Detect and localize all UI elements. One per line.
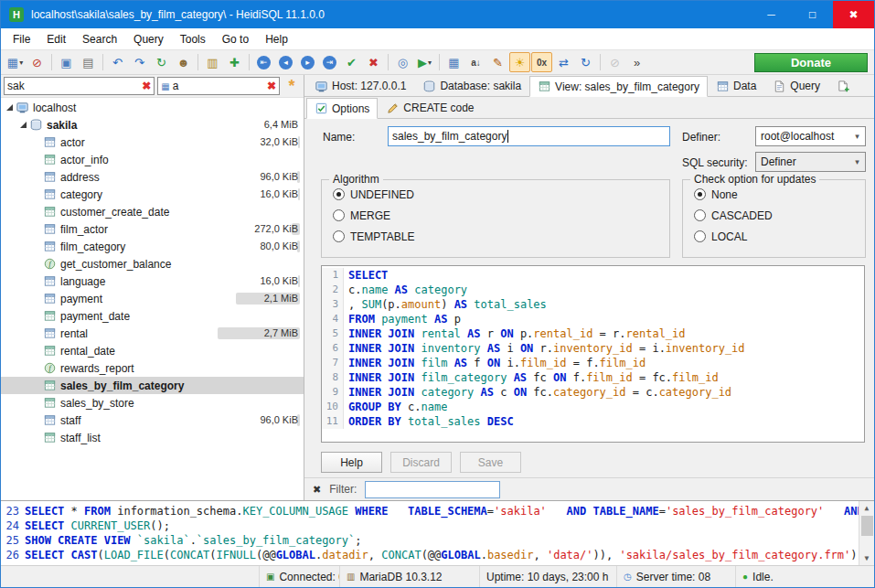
tree-item-payment_date[interactable]: payment_date [1, 307, 304, 325]
cancel-editing-icon[interactable]: ✖ [363, 52, 384, 72]
minimize-button[interactable]: ─ [751, 1, 792, 28]
page-icon [773, 80, 786, 93]
tree-item-localhost[interactable]: localhost [1, 99, 304, 116]
tab-database[interactable]: Database: sakila [414, 76, 529, 96]
clear-table-filter-icon[interactable]: ✖ [142, 80, 151, 92]
scrollbar-thumb[interactable] [861, 516, 873, 536]
post-changes-icon[interactable]: ✔ [341, 52, 362, 72]
close-button[interactable]: ✖ [833, 1, 874, 28]
redo-icon[interactable]: ↷ [129, 52, 150, 72]
expand-arrow-icon[interactable] [5, 103, 15, 112]
run-query-icon[interactable]: ▶▾ [414, 52, 435, 72]
menu-tools[interactable]: Tools [172, 29, 214, 49]
scroll-up-icon[interactable]: ▲ [865, 501, 870, 515]
tree-item-actor[interactable]: actor32,0 KiB [1, 134, 304, 151]
binary-viewer-icon[interactable]: 0x [531, 52, 552, 72]
maximize-button[interactable]: □ [792, 1, 833, 28]
export-grid-icon[interactable]: ▦ [443, 52, 464, 72]
menu-edit[interactable]: Edit [38, 29, 74, 49]
tab-create-code[interactable]: CREATE code [378, 98, 482, 118]
previous-record-icon[interactable]: ◂ [275, 52, 296, 72]
tree-item-rewards_report[interactable]: frewards_report [1, 359, 304, 377]
tree-item-category[interactable]: category16,0 KiB [1, 186, 304, 203]
view-name-input[interactable]: sales_by_film_category [388, 126, 670, 146]
menu-search[interactable]: Search [74, 29, 125, 49]
next-record-icon[interactable]: ▸ [297, 52, 318, 72]
first-record-icon[interactable]: ⇤ [253, 52, 274, 72]
tab-options[interactable]: Options [306, 98, 378, 119]
favorites-filter-icon[interactable]: * [283, 79, 301, 93]
tab-query[interactable]: Query [764, 76, 828, 96]
user-manager-icon[interactable]: ☻ [173, 52, 194, 72]
column-sort-icon[interactable]: a↓ [465, 52, 486, 72]
tab-data[interactable]: Data [708, 76, 764, 96]
donate-button[interactable]: Donate [754, 53, 868, 72]
swap-icon[interactable]: ⇄ [553, 52, 574, 72]
tree-item-customer_create_date[interactable]: customer_create_date [1, 203, 304, 220]
radio-undefined[interactable]: UNDEFINED [333, 187, 669, 201]
size-cell: 80,0 KiB [214, 240, 300, 253]
tree-item-address[interactable]: address96,0 KiB [1, 168, 304, 186]
clear-database-filter-icon[interactable]: ✖ [267, 80, 276, 92]
print-icon[interactable]: ▤ [78, 52, 99, 72]
radio-local[interactable]: LOCAL [694, 230, 865, 243]
definer-combo[interactable]: root@localhost ▾ [755, 126, 866, 146]
expand-arrow-icon[interactable] [18, 121, 28, 129]
tree-item-staff[interactable]: staff96,0 KiB [1, 412, 304, 429]
tree-item-actor_info[interactable]: actor_info [1, 151, 304, 168]
view-sql-editor[interactable]: 1SELECT2c.name AS category3, SUM(p.amoun… [321, 265, 865, 443]
log-scrollbar[interactable]: ▲ ▼ [859, 501, 874, 565]
filter-input[interactable] [365, 481, 500, 498]
radio-temptable[interactable]: TEMPTABLE [333, 230, 669, 243]
menu-query[interactable]: Query [125, 29, 172, 49]
radio-cascaded[interactable]: CASCADED [694, 208, 865, 222]
tree-item-film_actor[interactable]: film_actor272,0 KiB [1, 220, 304, 238]
titlebar: H localhost\sakila\sales_by_film_categor… [1, 1, 874, 28]
reconnect-icon[interactable]: ↻ [575, 52, 596, 72]
tree-item-film_category[interactable]: film_category80,0 KiB [1, 238, 304, 255]
session-manager-icon[interactable]: ▦▾ [5, 52, 26, 72]
toolbar: ▦▾⊘▣▤↶↷↻☻▥✚⇤◂▸⇥✔✖◎▶▾▦a↓✎☀0x⇄↻⊘» Donate [1, 50, 874, 75]
copy-icon[interactable]: ▣ [56, 52, 77, 72]
reformat-sql-icon[interactable]: ✎ [487, 52, 508, 72]
save-button[interactable]: Save [460, 452, 521, 473]
tree-item-rental_date[interactable]: rental_date [1, 342, 304, 359]
tab-new-query[interactable] [828, 76, 859, 96]
tab-view[interactable]: View: sales_by_film_category [529, 76, 708, 97]
menu-go-to[interactable]: Go to [214, 29, 257, 49]
scroll-down-icon[interactable]: ▼ [865, 551, 870, 565]
tab-host[interactable]: Host: 127.0.0.1 [306, 76, 414, 96]
database-icon [422, 80, 436, 93]
export-database-icon[interactable]: ▥ [202, 52, 223, 72]
radio-none[interactable]: None [694, 187, 865, 201]
help-button[interactable]: Help [321, 452, 382, 473]
tree-item-staff_list[interactable]: staff_list [1, 429, 304, 446]
tree-item-payment[interactable]: payment2,1 MiB [1, 290, 304, 307]
tree-item-sales_by_film_category[interactable]: sales_by_film_category [1, 377, 304, 394]
tree-item-sakila[interactable]: sakila6,4 MiB [1, 116, 304, 134]
status-server-time: ◷Server time: 08 [617, 566, 736, 587]
table-filter-input[interactable]: sak ✖ [4, 77, 155, 95]
disconnect-icon[interactable]: ⊘ [27, 52, 48, 72]
options-icon [315, 102, 328, 115]
find-text-icon[interactable]: ◎ [392, 52, 413, 72]
last-record-icon[interactable]: ⇥ [319, 52, 340, 72]
discard-button[interactable]: Discard [390, 452, 452, 473]
more-buttons-icon[interactable]: » [626, 52, 647, 72]
status-blank [1, 566, 260, 587]
syntax-highlight-icon[interactable]: ☀ [509, 52, 530, 72]
database-filter-input[interactable]: ▦ a ✖ [157, 77, 280, 95]
undo-icon[interactable]: ↶ [107, 52, 128, 72]
tree-item-rental[interactable]: rental2,7 MiB [1, 325, 304, 342]
refresh-icon[interactable]: ↻ [151, 52, 172, 72]
tree-item-language[interactable]: language16,0 KiB [1, 273, 304, 290]
tree-item-sales_by_store[interactable]: sales_by_store [1, 394, 304, 412]
radio-merge[interactable]: MERGE [333, 208, 669, 222]
menu-file[interactable]: File [5, 29, 38, 49]
close-filter-icon[interactable]: ✖ [313, 484, 321, 496]
sql-security-value: Definer [761, 155, 849, 168]
insert-row-icon[interactable]: ✚ [224, 52, 245, 72]
menu-help[interactable]: Help [257, 29, 296, 49]
tree-item-get_customer_balance[interactable]: fget_customer_balance [1, 255, 304, 273]
sql-security-combo[interactable]: Definer ▾ [755, 152, 866, 172]
